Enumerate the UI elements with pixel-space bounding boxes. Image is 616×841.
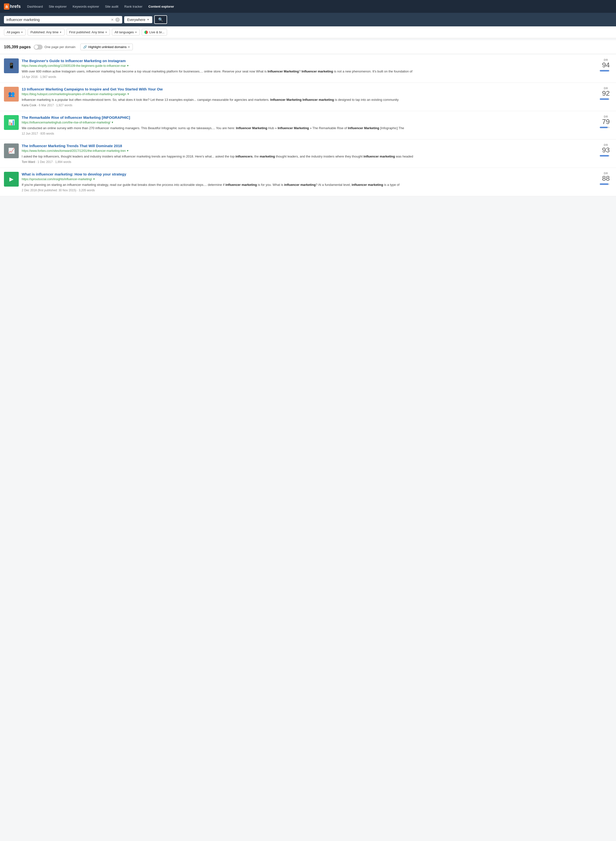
dr-value-1: 94 <box>600 62 612 69</box>
filter-first-published[interactable]: First published: Any time ▼ <box>66 29 110 35</box>
result-dr-2: DR 92 <box>600 87 612 100</box>
dropdown-arrow-icon: ▼ <box>126 150 129 152</box>
result-dr-3: DR 79 <box>600 115 612 128</box>
result-words-4: 1,894 words <box>55 160 71 164</box>
chevron-down-icon: ▼ <box>21 31 23 34</box>
dr-bar-5 <box>600 183 610 185</box>
result-thumbnail-5: ▶ <box>4 172 19 186</box>
one-per-domain-label: One page per domain <box>45 45 76 49</box>
filter-languages-label: All languages <box>114 30 134 34</box>
chevron-down-icon: ▼ <box>147 18 149 21</box>
result-meta-5: 2 Dec 2018 (first published: 30 Nov 2015… <box>22 189 597 192</box>
filter-live-label: Live & br... <box>149 30 164 34</box>
help-icon[interactable]: ? <box>115 18 120 22</box>
one-per-domain-toggle-wrap: One page per domain <box>34 45 76 50</box>
highlight-unlinked-button[interactable]: 🔗 Highlight unlinked domains ▼ <box>80 44 133 50</box>
result-url-5[interactable]: https://sproutsocial.com/insights/influe… <box>22 178 597 181</box>
filter-live[interactable]: Live & br... <box>142 29 167 35</box>
dr-bar-fill-5 <box>600 183 609 185</box>
result-thumbnail-1: 📱 <box>4 59 19 73</box>
result-title-5[interactable]: What is influencer marketing: How to dev… <box>22 172 597 177</box>
nav-keywords-explorer[interactable]: Keywords explorer <box>70 3 102 10</box>
logo-a: a <box>4 3 9 10</box>
result-words-5: 3,205 words <box>79 189 95 192</box>
result-item-2: 👥 13 Influencer Marketing Campaigns to I… <box>0 83 616 111</box>
clear-icon[interactable]: ✕ <box>111 18 114 22</box>
highlight-label: Highlight unlinked domains <box>88 45 126 49</box>
nav-rank-tracker[interactable]: Rank tracker <box>122 3 145 10</box>
dropdown-arrow-icon: ▼ <box>127 64 129 67</box>
result-date-4: 1 Dec 2017 <box>37 160 53 164</box>
search-bar: ✕ ? Everywhere ▼ 🔍 <box>0 13 616 26</box>
nav-dashboard[interactable]: Dashboard <box>25 3 45 10</box>
nav-site-explorer[interactable]: Site explorer <box>46 3 69 10</box>
chevron-down-icon: ▼ <box>60 31 62 34</box>
result-body-5: What is influencer marketing: How to dev… <box>22 172 597 192</box>
result-meta-2: Karla Cook · 6 Mar 2017 · 1,927 words <box>22 104 597 107</box>
main-nav: ahrefs Dashboard Site explorer Keywords … <box>0 0 616 13</box>
toggle-knob <box>34 45 38 49</box>
filter-all-pages-label: All pages <box>7 30 20 34</box>
result-words-2: 1,927 words <box>56 104 72 107</box>
dr-bar-fill-2 <box>600 98 609 100</box>
chevron-down-icon: ▼ <box>105 31 107 34</box>
nav-site-audit[interactable]: Site audit <box>103 3 121 10</box>
result-author-2: Karla Cook · <box>22 104 39 107</box>
result-url-2[interactable]: https://blog.hubspot.com/marketing/examp… <box>22 92 597 96</box>
result-dr-4: DR 93 <box>600 144 612 157</box>
logo-text: hrefs <box>10 4 21 9</box>
result-url-4[interactable]: https://www.forbes.com/sites/tomward/201… <box>22 149 597 153</box>
filters-bar: All pages ▼ Published: Any time ▼ First … <box>0 26 616 38</box>
search-button[interactable]: 🔍 <box>154 15 167 24</box>
result-dr-1: DR 94 <box>600 59 612 72</box>
result-snippet-3: We conducted an online survey with more … <box>22 126 597 131</box>
logo[interactable]: ahrefs <box>4 3 21 10</box>
dr-bar-fill-3 <box>600 127 608 128</box>
result-body-3: The Remarkable Rise of Influencer Market… <box>22 115 597 135</box>
results-header: 105,399 pages One page per domain 🔗 High… <box>0 40 616 54</box>
result-body-1: The Beginner's Guide to Influencer Marke… <box>22 59 597 79</box>
result-url-1[interactable]: https://www.shopify.com/blog/115935109-t… <box>22 64 597 68</box>
result-title-4[interactable]: The Influencer Marketing Trends That Wil… <box>22 144 597 148</box>
dr-bar-4 <box>600 155 610 157</box>
dropdown-arrow-icon: ▼ <box>92 178 95 181</box>
live-indicator-icon <box>144 31 148 34</box>
dropdown-arrow-icon: ▼ <box>111 121 114 124</box>
dr-value-4: 93 <box>600 147 612 154</box>
result-snippet-1: With over 600 million active Instagram u… <box>22 69 597 74</box>
search-input[interactable] <box>6 18 109 22</box>
result-title-1[interactable]: The Beginner's Guide to Influencer Marke… <box>22 59 597 63</box>
result-snippet-4: I asked the top influencers, thought lea… <box>22 154 597 159</box>
result-dr-5: DR 88 <box>600 172 612 185</box>
result-body-2: 13 Influencer Marketing Campaigns to Ins… <box>22 87 597 107</box>
result-author-4: Tom Ward · <box>22 160 37 164</box>
one-per-domain-toggle[interactable] <box>34 45 43 50</box>
result-words-1: 1,567 words <box>40 75 56 79</box>
nav-content-explorer[interactable]: Content explorer <box>146 3 176 10</box>
result-title-2[interactable]: 13 Influencer Marketing Campaigns to Ins… <box>22 87 597 92</box>
results-list: 📱 The Beginner's Guide to Influencer Mar… <box>0 54 616 196</box>
result-thumbnail-3: 📊 <box>4 115 19 130</box>
result-title-3[interactable]: The Remarkable Rise of Influencer Market… <box>22 115 597 120</box>
result-thumbnail-4: 📈 <box>4 144 19 158</box>
filter-languages[interactable]: All languages ▼ <box>112 29 140 35</box>
search-mode-label: Everywhere <box>127 18 145 22</box>
dr-bar-fill-4 <box>600 155 609 157</box>
filter-published[interactable]: Published: Any time ▼ <box>28 29 64 35</box>
filter-all-pages[interactable]: All pages ▼ <box>4 29 26 35</box>
dr-value-3: 79 <box>600 118 612 126</box>
search-input-wrap: ✕ ? <box>4 16 122 23</box>
result-body-4: The Influencer Marketing Trends That Wil… <box>22 144 597 164</box>
result-item-1: 📱 The Beginner's Guide to Influencer Mar… <box>0 54 616 83</box>
dr-bar-2 <box>600 98 610 100</box>
dr-bar-1 <box>600 70 610 72</box>
result-item-3: 📊 The Remarkable Rise of Influencer Mark… <box>0 111 616 139</box>
result-snippet-5: If you're planning on starting an influe… <box>22 182 597 187</box>
filter-published-label: Published: Any time <box>30 30 59 34</box>
search-mode-dropdown[interactable]: Everywhere ▼ <box>124 16 152 23</box>
result-url-3[interactable]: https://influencermarketinghub.com/the-r… <box>22 121 597 124</box>
chevron-down-icon: ▼ <box>128 46 130 48</box>
result-meta-1: 14 Apr 2016 · 1,567 words <box>22 75 597 79</box>
dr-bar-fill-1 <box>600 70 609 72</box>
dropdown-arrow-icon: ▼ <box>127 92 129 95</box>
